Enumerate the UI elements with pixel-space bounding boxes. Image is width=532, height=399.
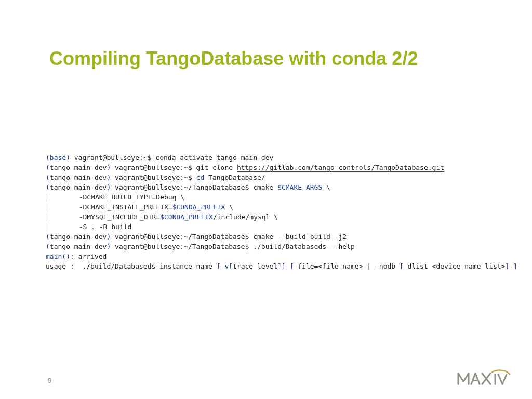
line-11: main(): arrived [46,252,107,260]
prompt-text: vagrant@bullseye:~/TangoDatabase$ cmake … [111,233,347,241]
line-2: (tango-main-dev) vagrant@bullseye:~$ git… [46,164,444,172]
arg-text: -DCMAKE_INSTALL_PREFIX= [79,203,172,211]
usage-a: usage : ./build/Databaseds instance_name [46,262,217,270]
line-4: (tango-main-dev) vagrant@bullseye:~/Tang… [46,183,330,191]
line-7: -DMYSQL_INCLUDE_DIR=$CONDA_PREFIX/includ… [46,213,278,221]
k: -dlist <device name list> [404,262,506,270]
conda-prefix-var: $CONDA_PREFIX [160,213,213,221]
slide-title: Compiling TangoDatabase with conda 2/2 [49,48,418,70]
env-name: tango-main-dev [50,183,107,191]
prompt-text: vagrant@bullseye:~/TangoDatabase$ cmake [111,183,277,191]
f: ]] [277,262,286,270]
paren-close: ) [66,154,70,162]
backslash: \ [225,203,233,211]
slide: Compiling TangoDatabase with conda 2/2 (… [0,0,532,399]
arg-text: -DMYSQL_INCLUDE_DIR= [79,213,161,221]
line-1: (base) vagrant@bullseye:~$ conda activat… [46,154,273,162]
prompt-text: vagrant@bullseye:~$ conda activate tango… [70,154,273,162]
paren-open: ( [46,183,50,191]
j: [ [400,262,404,270]
i: -file=<file_name> | -nodb [294,262,400,270]
line-6: -DCMAKE_INSTALL_PREFIX=$CONDA_PREFIX \ [46,203,233,211]
e: trace level [233,262,277,270]
cd-cmd: cd [196,174,205,181]
maxiv-logo [456,368,513,389]
backslash: \ [322,183,330,191]
maxiv-logo-svg [456,368,513,389]
prompt-text: vagrant@bullseye:~/TangoDatabase$ ./buil… [111,243,355,250]
line-12: usage : ./build/Databaseds instance_name… [46,262,517,270]
indent [46,213,79,221]
main-fn: main [46,252,62,260]
env-name: tango-main-dev [50,174,107,181]
g [286,262,290,270]
cd-arg: TangoDatabase/ [204,174,265,181]
paren-open: ( [46,243,50,250]
env-name: base [50,154,66,162]
line-3: (tango-main-dev) vagrant@bullseye:~$ cd … [46,174,265,181]
env-name: tango-main-dev [50,233,107,241]
indent [46,203,79,211]
indent [46,223,79,231]
page-number: 9 [48,377,51,384]
env-name: tango-main-dev [50,164,107,171]
paren-open: ( [46,174,50,181]
paren-open: ( [46,233,50,241]
line-8: -S . -B build [46,223,131,231]
clone-url: https://gitlab.com/tango-controls/TangoD… [237,164,444,172]
prompt-text: vagrant@bullseye:~$ [111,174,196,181]
m [509,262,513,270]
paren-open: ( [46,154,50,162]
terminal-block: (base) vagrant@bullseye:~$ conda activat… [46,143,487,271]
conda-prefix-var: $CONDA_PREFIX [172,203,225,211]
arrived-text: : arrived [70,252,107,260]
n: ] [513,262,517,270]
arg-tail: /include/mysql \ [213,213,278,221]
line-10: (tango-main-dev) vagrant@bullseye:~/Tang… [46,243,355,250]
prompt-text: vagrant@bullseye:~$ git clone [111,164,237,171]
c: -v [221,262,229,270]
line-9: (tango-main-dev) vagrant@bullseye:~/Tang… [46,233,347,241]
line-5: -DCMAKE_BUILD_TYPE=Debug \ [46,193,184,201]
b: [ [217,262,221,270]
d: [ [229,262,233,270]
env-name: tango-main-dev [50,243,107,250]
indent [46,193,79,201]
arg-text: -DCMAKE_BUILD_TYPE=Debug \ [79,193,185,201]
arg-text: -S . -B build [79,223,132,231]
cmake-args-var: $CMAKE_ARGS [277,183,322,191]
main-parens: () [62,252,70,260]
paren-open: ( [46,164,50,171]
